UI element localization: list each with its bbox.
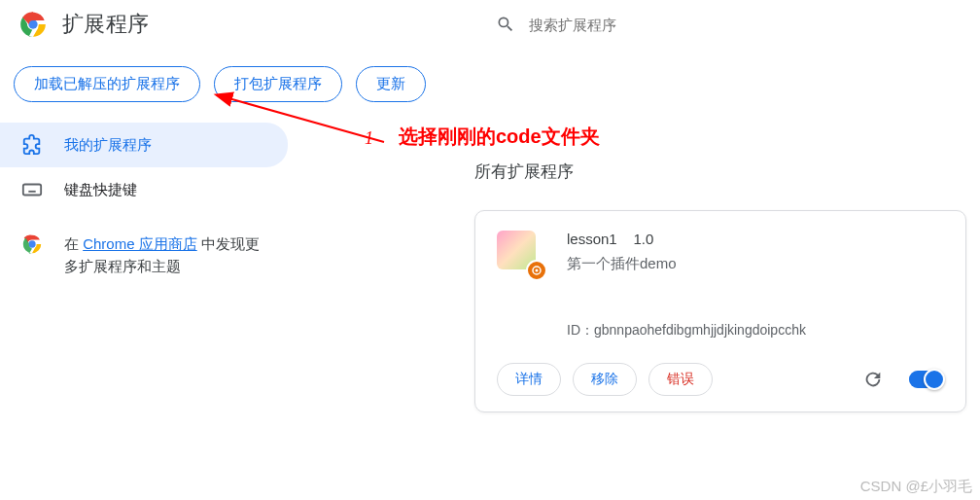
extension-id-label: ID： [567,322,594,338]
reload-icon[interactable] [862,369,884,390]
store-prefix: 在 [64,235,83,252]
store-promo: 在 Chrome 应用商店 中发现更多扩展程序和主题 [0,212,292,277]
sidebar-item-label: 我的扩展程序 [64,136,152,155]
svg-point-13 [536,269,539,272]
extension-name: lesson1 [567,231,617,247]
remove-button[interactable]: 移除 [573,363,637,396]
load-unpacked-button[interactable]: 加载已解压的扩展程序 [14,66,200,102]
search-box[interactable] [496,15,749,34]
extension-version: 1.0 [633,231,653,247]
extension-description: 第一个插件demo [567,255,677,273]
errors-button[interactable]: 错误 [648,363,713,396]
page-title: 扩展程序 [62,10,149,39]
chrome-icon [21,233,43,255]
error-badge-icon [526,260,547,281]
search-input[interactable] [529,17,749,33]
update-button[interactable]: 更新 [356,66,426,102]
puzzle-icon [21,134,43,156]
annotation-number: 1 [365,128,373,149]
keyboard-icon [21,179,43,200]
extension-card: lesson1 1.0 第一个插件demo ID：gbnnpaohefdibgm… [474,210,966,412]
watermark: CSDN @£小羽毛 [860,478,972,496]
annotation-text: 选择刚刚的code文件夹 [399,124,600,150]
sidebar-item-label: 键盘快捷键 [64,181,137,199]
svg-rect-4 [23,185,41,196]
sidebar-item-my-extensions[interactable]: 我的扩展程序 [0,123,288,167]
extension-id-value: gbnnpaohefdibgmhjjdjkingdoipcchk [594,322,806,338]
search-icon [496,15,515,34]
pack-extension-button[interactable]: 打包扩展程序 [214,66,342,102]
sidebar-item-shortcuts[interactable]: 键盘快捷键 [0,167,292,212]
details-button[interactable]: 详情 [497,363,561,396]
chrome-logo-icon [19,11,47,38]
enable-toggle[interactable] [909,371,944,388]
chrome-web-store-link[interactable]: Chrome 应用商店 [83,235,197,252]
all-extensions-heading: 所有扩展程序 [474,161,980,183]
